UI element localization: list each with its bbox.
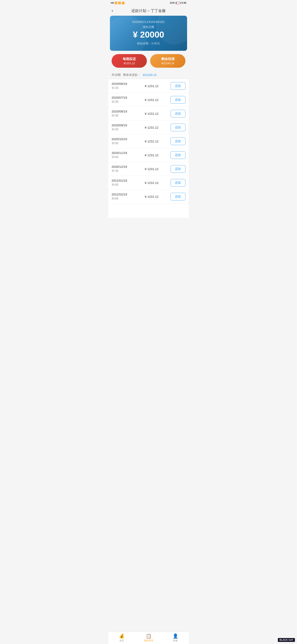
item-date-col: 2020/11/19 第6期 (112, 151, 134, 159)
item-amount: ¥ 1231.12 (134, 98, 169, 102)
settle-label: 剩余结清 (161, 57, 175, 61)
repay-button[interactable]: 还款 (171, 165, 185, 173)
repay-button[interactable]: 还款 (171, 82, 185, 90)
repay-button[interactable]: 还款 (171, 96, 185, 104)
settle-amount: ¥22160.16 (162, 62, 174, 65)
page-title: 还款计划 -- 丁丁金服 (131, 8, 166, 13)
item-date: 2021/01/19 (112, 179, 134, 182)
item-action: 还款 (169, 179, 185, 186)
item-date-col: 2021/02/19 第9期 (112, 192, 134, 200)
item-amount: ¥ 1231.12 (134, 112, 169, 116)
repay-button[interactable]: 还款 (171, 193, 185, 200)
loan-id: 202005211510348181 (132, 20, 165, 24)
item-action: 还款 (169, 193, 185, 200)
repay-button[interactable]: 还款 (171, 179, 185, 186)
item-amount: ¥ 1231.12 (134, 140, 169, 143)
item-date: 2020/08/19 (112, 110, 134, 113)
item-action: 还款 (169, 165, 185, 173)
wallet-amount: 0.00元 (151, 42, 160, 45)
header: ‹ 还款计划 -- 丁丁金服 (108, 6, 189, 16)
home-icon: 💰 (119, 634, 125, 638)
item-date: 2020/09/19 (112, 124, 134, 127)
nav-loan[interactable]: 📋 借款管理 (135, 632, 162, 644)
item-period: 第7期 (112, 169, 134, 173)
item-period: 第1期 (112, 86, 134, 90)
repayment-item: 2020/07/19 第2期 ¥ 1231.12 还款 (108, 93, 189, 107)
repayment-item: 2020/09/19 第4期 ¥ 1231.12 还款 (108, 120, 189, 134)
item-date-col: 2021/01/19 第8期 (112, 179, 134, 186)
wallet-label: 钱包余额： (137, 42, 151, 45)
home-label: 首页 (119, 639, 124, 642)
battery-percent: 11% (170, 2, 175, 4)
repayment-item: 2020/10/19 第5期 ¥ 1231.12 还款 (108, 134, 189, 148)
item-period: 第4期 (112, 128, 134, 131)
wifi-indicator: 🛜 (122, 2, 125, 4)
item-amount: ¥ 1231.12 (134, 153, 169, 157)
item-amount: ¥ 1231.12 (134, 195, 169, 198)
item-action: 还款 (169, 96, 185, 104)
repayment-item: 2021/02/19 第9期 ¥ 1231.12 还款 (108, 190, 189, 204)
item-action: 还款 (169, 110, 185, 118)
wifi-icon: 📶 (118, 2, 121, 4)
item-period: 第3期 (112, 114, 134, 118)
item-date-col: 2020/10/19 第5期 (112, 137, 134, 145)
repayment-item: 2020/11/19 第6期 ¥ 1231.12 还款 (108, 148, 189, 162)
network-icon: HD (111, 2, 114, 4)
item-amount: ¥ 1231.12 (134, 167, 169, 171)
remaining-amount: ¥22160.16 (143, 73, 157, 76)
battery-icon (176, 2, 180, 4)
wallet-balance: 钱包余额：0.00元 (137, 42, 160, 46)
item-date: 2020/12/19 (112, 165, 134, 168)
service-label: 客服 (173, 639, 178, 642)
repayment-item: 2020/12/19 第7期 ¥ 1231.12 还款 (108, 162, 189, 176)
item-action: 还款 (169, 124, 185, 131)
item-period: 第2期 (112, 100, 134, 104)
item-date-col: 2020/08/19 第3期 (112, 110, 134, 118)
repayment-item: 2020/06/19 第1期 ¥ 1231.12 还款 (108, 79, 189, 93)
time-display: 3:44 (181, 2, 186, 4)
repay-button[interactable]: 还款 (171, 138, 185, 145)
item-date-col: 2020/12/19 第7期 (112, 165, 134, 173)
item-date-col: 2020/06/19 第1期 (112, 82, 134, 90)
monthly-payment-button[interactable]: 每期应还 ¥1231.12 (112, 54, 147, 68)
item-action: 还款 (169, 82, 185, 90)
item-period: 第6期 (112, 155, 134, 159)
repay-button[interactable]: 还款 (171, 110, 185, 118)
bottom-nav: 💰 首页 📋 借款管理 👤 客服 (108, 632, 189, 644)
repay-button[interactable]: 还款 (171, 151, 185, 159)
item-action: 还款 (169, 151, 185, 159)
monthly-label: 每期应还 (123, 57, 136, 61)
status-left: HD 📶 📶 🛜 (111, 2, 125, 4)
item-period: 第9期 (112, 197, 134, 200)
item-date: 2020/07/19 (112, 96, 134, 99)
item-amount: ¥ 1231.12 (134, 84, 169, 88)
repayment-list: 2020/06/19 第1期 ¥ 1231.12 还款 2020/07/19 第… (108, 79, 189, 218)
hero-banner: 202005211510348181 借款总额 ¥ 20000 钱包余额：0.0… (110, 16, 187, 51)
loan-label: 借款总额 (143, 25, 154, 29)
item-amount: ¥ 1231.12 (134, 126, 169, 129)
repay-button[interactable]: 还款 (171, 124, 185, 131)
loan-icon: 📋 (146, 634, 151, 638)
signal-icon: 📶 (115, 2, 118, 4)
nav-home[interactable]: 💰 首页 (108, 632, 135, 644)
item-date-col: 2020/09/19 第4期 (112, 124, 134, 131)
item-period: 第5期 (112, 142, 134, 145)
status-right: 11% 3:44 (170, 2, 186, 4)
action-buttons: 每期应还 ¥1231.12 剩余结清 ¥22160.16 (108, 54, 189, 71)
item-date: 2021/02/19 (112, 192, 134, 196)
service-icon: 👤 (173, 634, 178, 638)
repayment-item: 2020/08/19 第3期 ¥ 1231.12 还款 (108, 107, 189, 120)
item-date: 2020/10/19 (112, 137, 134, 141)
nav-service[interactable]: 👤 客服 (162, 632, 189, 644)
back-button[interactable]: ‹ (112, 8, 113, 13)
settle-button[interactable]: 剩余结清 ¥22160.16 (150, 54, 185, 68)
monthly-amount: ¥1231.12 (124, 62, 135, 65)
loan-label: 借款管理 (144, 639, 153, 642)
status-bar: HD 📶 📶 🛜 11% 3:44 (108, 0, 189, 6)
repayment-item: 2021/01/19 第8期 ¥ 1231.12 还款 (108, 176, 189, 190)
item-action: 还款 (169, 138, 185, 145)
item-date: 2020/11/19 (112, 151, 134, 154)
total-periods: 共18期 (112, 73, 121, 77)
loan-amount: ¥ 20000 (133, 30, 164, 40)
summary-row: 共18期 剩余未还款： ¥22160.16 (108, 71, 189, 79)
